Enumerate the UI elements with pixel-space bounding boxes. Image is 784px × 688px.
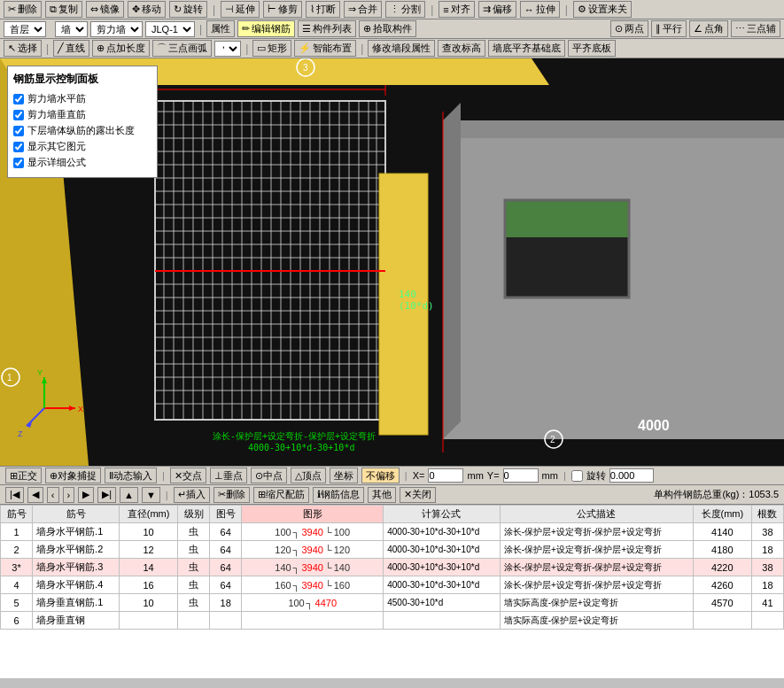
line-btn[interactable]: ╱直线 — [53, 40, 89, 57]
align-floor-btn[interactable]: 平齐底板 — [568, 40, 616, 57]
rebar-info-btn[interactable]: ℹ钢筋信息 — [313, 487, 364, 503]
y-input[interactable] — [503, 468, 539, 483]
rebar-item-5[interactable]: 显示详细公式 — [13, 156, 151, 169]
coord-btn[interactable]: 坐标 — [330, 468, 358, 483]
col-header-formula: 计算公式 — [384, 506, 501, 523]
rebar-check-1[interactable] — [13, 94, 24, 104]
svg-text:1: 1 — [7, 373, 12, 383]
next-btn[interactable]: ▶ — [78, 487, 94, 503]
total-weight-label: 单构件钢筋总重(kg)：1053.5 — [654, 488, 779, 501]
rebar-item-2[interactable]: 剪力墙垂直筋 — [13, 108, 151, 121]
separator2: | — [429, 4, 435, 16]
check-elevation-btn[interactable]: 查改标高 — [438, 40, 485, 57]
parallel-icon: ∥ — [656, 23, 661, 35]
floor-select[interactable]: 首层 — [4, 21, 46, 37]
close-btn[interactable]: ✕关闭 — [400, 487, 436, 503]
rebar-item-1[interactable]: 剪力墙水平筋 — [13, 92, 151, 105]
arc-type-select[interactable]: ▼ — [214, 41, 241, 57]
modify-wall-btn[interactable]: 修改墙段属性 — [368, 40, 435, 57]
col-header-desc: 公式描述 — [500, 506, 693, 523]
cell-grade: 虫 — [178, 594, 210, 612]
split-btn[interactable]: ⋮分割 — [385, 1, 425, 18]
mirror-btn[interactable]: ⇔镜像 — [86, 1, 124, 18]
pick-component-btn[interactable]: ⊕拾取构件 — [359, 20, 416, 37]
rotate-input[interactable] — [609, 468, 654, 483]
rotate-check[interactable] — [571, 470, 583, 482]
other-btn[interactable]: 其他 — [368, 487, 396, 503]
break-btn[interactable]: ⌇打断 — [306, 1, 340, 18]
cell-shape-num: 64 — [210, 523, 242, 541]
wall-type-select[interactable]: 剪力墙 — [90, 21, 143, 37]
two-point-btn[interactable]: ⊙两点 — [610, 20, 648, 37]
table-row: 6墙身垂直钢墙实际高度-保护层+设定弯折 — [1, 612, 784, 630]
next-small-btn[interactable]: › — [63, 487, 75, 503]
parallel-btn[interactable]: ∥平行 — [651, 20, 687, 37]
point-angle-btn[interactable]: ∠点角 — [689, 20, 728, 37]
cell-diameter: 16 — [120, 576, 178, 594]
edit-rebar-btn[interactable]: ✏编辑钢筋 — [237, 20, 295, 37]
cell-shape-num: 64 — [210, 541, 242, 559]
offset-btn[interactable]: ⇉偏移 — [478, 1, 516, 18]
wall-bottom-btn[interactable]: 墙底平齐基础底 — [488, 40, 565, 57]
nav-bar: |◀ ◀ ‹ › ▶ ▶| ▲ ▼ | ↵插入 ✂删除 ⊞缩尺配筋 ℹ钢筋信息 … — [0, 485, 784, 505]
prev-small-btn[interactable]: ‹ — [47, 487, 59, 503]
move-btn[interactable]: ✥移动 — [128, 1, 166, 18]
cell-diameter: 14 — [120, 559, 178, 576]
del-btn[interactable]: ✂删除 — [213, 487, 250, 503]
last-btn[interactable]: ▶| — [97, 487, 116, 503]
add-length-btn[interactable]: ⊕点加长度 — [92, 40, 150, 57]
scale-btn[interactable]: ⊞缩尺配筋 — [253, 487, 309, 503]
down-btn[interactable]: ▼ — [142, 487, 160, 503]
prev-btn[interactable]: ◀ — [27, 487, 43, 503]
perpendicular-btn[interactable]: ⊥垂点 — [210, 468, 247, 483]
rotate-btn[interactable]: ↻旋转 — [169, 1, 207, 18]
vertex-btn[interactable]: △顶点 — [291, 468, 326, 483]
table-row: 5墙身垂直钢筋.110虫18100┐44704500-30+10*d墙实际高度-… — [1, 594, 784, 612]
align-btn[interactable]: ≡对齐 — [439, 1, 474, 18]
arc-btn[interactable]: ⌒三点画弧 — [152, 40, 212, 57]
rebar-check-3[interactable] — [13, 126, 24, 136]
ortho-btn[interactable]: ⊞正交 — [5, 468, 42, 483]
first-btn[interactable]: |◀ — [5, 487, 24, 503]
cell-length: 4140 — [693, 523, 751, 541]
stretch-btn[interactable]: ↔拉伸 — [520, 1, 560, 18]
no-offset-btn[interactable]: 不偏移 — [361, 468, 400, 483]
rect-icon: ▭ — [257, 43, 266, 54]
cell-formula — [384, 612, 501, 630]
extend-btn[interactable]: ⊣延伸 — [221, 1, 260, 18]
component-list-btn[interactable]: ☰构件列表 — [298, 20, 356, 37]
intersection-btn[interactable]: ✕交点 — [170, 468, 206, 483]
trim-icon: ⊢ — [268, 4, 276, 15]
cell-grade — [178, 612, 210, 630]
trim-btn[interactable]: ⊢修剪 — [263, 1, 302, 18]
viewport-3d[interactable]: 4000 140 (10*d) 涂长-保护层+设定弯折-保护层+设定弯折 400… — [0, 58, 784, 466]
copy-btn[interactable]: ⧉复制 — [45, 1, 82, 18]
midpoint-btn[interactable]: ⊙中点 — [251, 468, 287, 483]
dynamic-input-btn[interactable]: Ⅱ动态输入 — [105, 468, 157, 483]
rebar-item-3[interactable]: 下层墙体纵筋的露出长度 — [13, 124, 151, 137]
element-type-select[interactable]: 墙 — [55, 21, 88, 37]
snap-btn[interactable]: ⊕对象捕捉 — [45, 468, 101, 483]
merge-btn[interactable]: ⇒合并 — [344, 1, 382, 18]
cell-shape-drawing: 100┐3940└100 — [242, 523, 384, 541]
wall-id-select[interactable]: JLQ-1 — [145, 21, 195, 37]
select-btn[interactable]: ↖选择 — [4, 40, 42, 57]
edit-icon: ✏ — [242, 23, 250, 35]
rebar-check-4[interactable] — [13, 142, 24, 152]
col-header-shape-num: 图号 — [210, 506, 242, 523]
separator3: | — [563, 4, 570, 16]
settings-btn[interactable]: ⚙设置来关 — [573, 1, 632, 18]
insert-btn[interactable]: ↵插入 — [174, 487, 210, 503]
rebar-item-4[interactable]: 显示其它图元 — [13, 140, 151, 153]
x-input[interactable] — [428, 468, 463, 483]
smart-layout-btn[interactable]: ⚡智能布置 — [294, 40, 356, 57]
table-row: 2墙身水平钢筋.212虫64120┐3940└1204000-30+10*d-3… — [1, 541, 784, 559]
sep5: | — [44, 43, 50, 55]
delete-btn[interactable]: ✂删除 — [4, 1, 42, 18]
three-point-btn[interactable]: ⋯三点辅 — [731, 20, 780, 37]
property-btn[interactable]: 属性 — [206, 20, 235, 37]
rebar-check-2[interactable] — [13, 110, 24, 120]
up-btn[interactable]: ▲ — [120, 487, 138, 503]
rebar-check-5[interactable] — [13, 158, 24, 168]
rect-btn[interactable]: ▭矩形 — [252, 40, 291, 57]
